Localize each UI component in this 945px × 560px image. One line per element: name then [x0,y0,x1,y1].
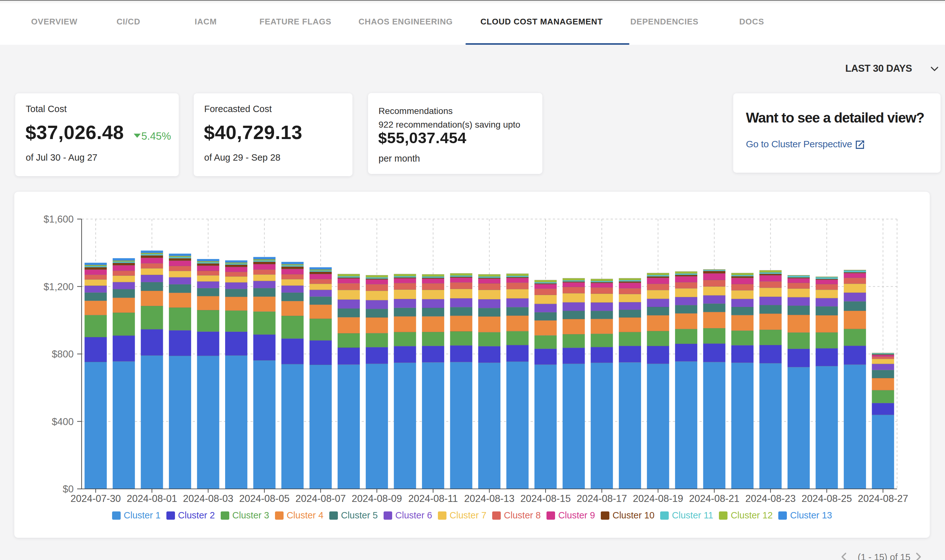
svg-text:$1,600: $1,600 [43,214,74,225]
svg-text:2024-08-07: 2024-08-07 [295,493,346,504]
svg-text:2024-08-01: 2024-08-01 [127,493,177,504]
svg-text:2024-08-15: 2024-08-15 [520,493,571,504]
svg-text:2024-08-17: 2024-08-17 [577,493,627,504]
svg-text:2024-08-23: 2024-08-23 [745,493,796,504]
svg-text:2024-08-21: 2024-08-21 [689,493,740,504]
svg-text:2024-08-27: 2024-08-27 [858,493,908,504]
svg-text:2024-08-11: 2024-08-11 [408,493,458,504]
svg-text:$800: $800 [52,349,74,360]
svg-text:2024-08-19: 2024-08-19 [633,493,683,504]
svg-text:2024-08-13: 2024-08-13 [464,493,515,504]
svg-text:2024-08-25: 2024-08-25 [802,493,852,504]
svg-text:2024-08-05: 2024-08-05 [239,493,289,504]
svg-text:2024-08-09: 2024-08-09 [352,493,402,504]
svg-text:$1,200: $1,200 [43,281,74,292]
svg-text:$400: $400 [52,416,74,427]
svg-text:2024-08-03: 2024-08-03 [183,493,233,504]
svg-text:2024-07-30: 2024-07-30 [71,493,121,504]
